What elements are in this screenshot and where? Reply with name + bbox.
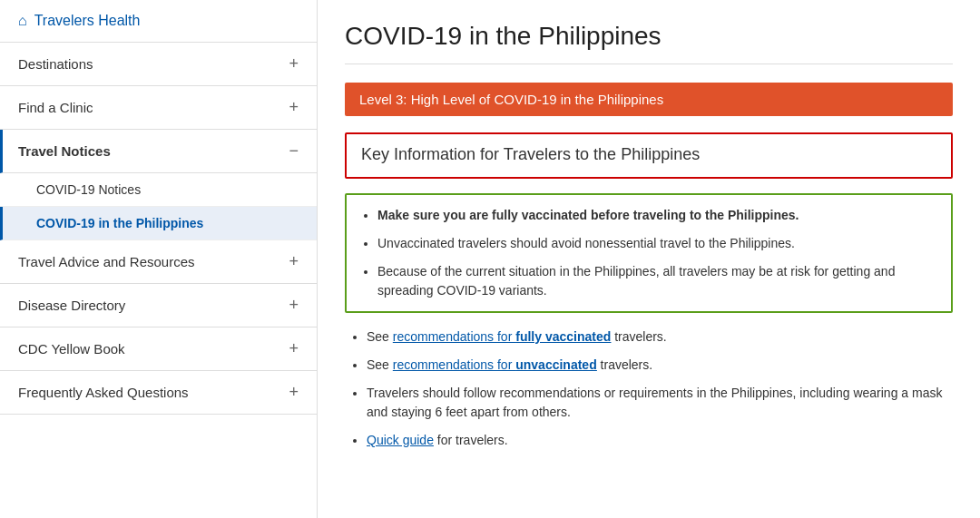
sidebar-subitems-travel-notices: COVID-19 Notices COVID-19 in the Philipp… (0, 173, 317, 240)
key-info-title: Key Information for Travelers to the Phi… (361, 145, 936, 164)
plus-icon: + (289, 98, 299, 117)
bullet-bold: Make sure you are fully vaccinated befor… (377, 208, 799, 222)
sidebar-item-label: Find a Clinic (18, 100, 93, 115)
list-item: Because of the current situation in the … (377, 262, 936, 300)
list-item: Quick guide for travelers. (367, 431, 953, 450)
sidebar-item-find-a-clinic[interactable]: Find a Clinic + (0, 86, 317, 130)
bullet-prefix: See (367, 357, 393, 372)
list-item: See recommendations for unvaccinated tra… (367, 356, 953, 375)
minus-icon: − (289, 142, 299, 161)
unvaccinated-link[interactable]: recommendations for unvaccinated (393, 357, 597, 372)
list-item: Travelers should follow recommendations … (367, 384, 953, 422)
highlighted-list-box: Make sure you are fully vaccinated befor… (345, 193, 953, 313)
sidebar-item-label: Travel Advice and Resources (18, 254, 195, 269)
plus-icon: + (289, 296, 299, 315)
bullet-suffix: for travelers. (434, 433, 508, 447)
sidebar-item-label: Disease Directory (18, 298, 125, 313)
subitem-label: COVID-19 Notices (36, 182, 141, 197)
main-content: COVID-19 in the Philippines Level 3: Hig… (318, 0, 980, 518)
sidebar-home-label: Travelers Health (34, 13, 141, 29)
alert-banner: Level 3: High Level of COVID-19 in the P… (345, 83, 953, 116)
outer-bullets-list: See recommendations for fully vaccinated… (345, 327, 953, 450)
sidebar-item-destinations[interactable]: Destinations + (0, 43, 317, 86)
sidebar-subitem-covid19-philippines[interactable]: COVID-19 in the Philippines (0, 207, 317, 240)
sidebar-item-label: CDC Yellow Book (18, 341, 125, 357)
list-item: Unvaccinated travelers should avoid none… (377, 234, 936, 253)
plus-icon: + (289, 339, 299, 358)
sidebar-item-label: Destinations (18, 56, 93, 72)
list-item: Make sure you are fully vaccinated befor… (377, 206, 936, 225)
quick-guide-link[interactable]: Quick guide (367, 433, 434, 447)
sidebar-home-link[interactable]: ⌂ Travelers Health (0, 0, 317, 43)
plus-icon: + (289, 54, 299, 73)
highlighted-bullets-list: Make sure you are fully vaccinated befor… (356, 206, 936, 300)
list-item: See recommendations for fully vaccinated… (367, 327, 953, 347)
bullet-suffix: travelers. (611, 329, 666, 344)
bullet-prefix: See (367, 329, 393, 344)
sidebar-item-travel-advice[interactable]: Travel Advice and Resources + (0, 240, 317, 284)
sidebar-item-disease-directory[interactable]: Disease Directory + (0, 284, 317, 327)
sidebar-subitem-covid19-notices[interactable]: COVID-19 Notices (0, 173, 317, 207)
bullet-suffix: travelers. (597, 357, 652, 372)
key-info-box: Key Information for Travelers to the Phi… (345, 132, 953, 179)
page-title: COVID-19 in the Philippines (345, 22, 953, 64)
fully-vaccinated-link[interactable]: recommendations for fully vaccinated (393, 329, 611, 344)
home-icon: ⌂ (18, 13, 27, 29)
plus-icon: + (289, 252, 299, 271)
sidebar-item-label: Frequently Asked Questions (18, 385, 189, 400)
sidebar-item-label: Travel Notices (18, 143, 111, 159)
sidebar-item-travel-notices[interactable]: Travel Notices − (0, 130, 317, 173)
sidebar-item-faq[interactable]: Frequently Asked Questions + (0, 371, 317, 415)
sidebar: ⌂ Travelers Health Destinations + Find a… (0, 0, 318, 518)
sidebar-item-cdc-yellow-book[interactable]: CDC Yellow Book + (0, 327, 317, 371)
plus-icon: + (289, 383, 299, 402)
subitem-label: COVID-19 in the Philippines (36, 216, 203, 230)
